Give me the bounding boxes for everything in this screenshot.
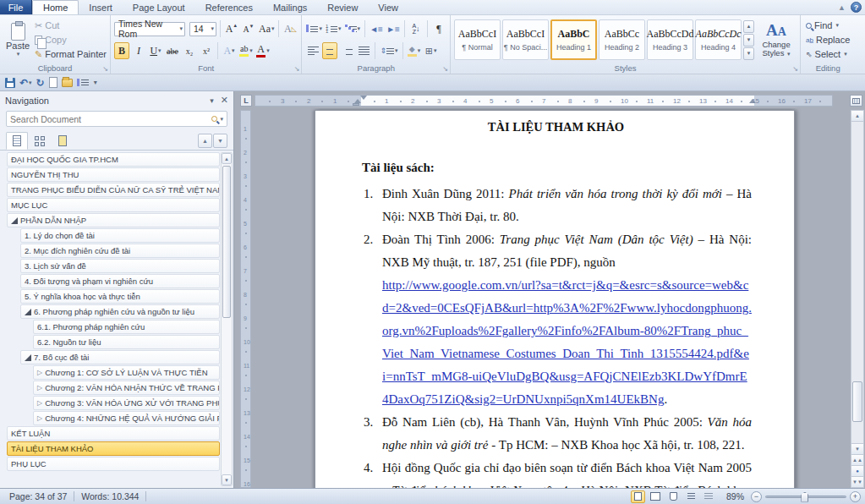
print-layout-view-button[interactable] [631,490,645,503]
superscript-button[interactable]: x² [199,42,214,59]
horizontal-ruler[interactable]: 3211234567891011121314151617 [255,95,833,107]
style-item--normal[interactable]: AaBbCcI¶ Normal [454,19,501,60]
next-heading-button[interactable]: ▼ [213,134,227,148]
grow-font-button[interactable]: A▲ [224,20,239,37]
nav-item[interactable]: 6.1. Phương pháp nghiên cứu [33,320,220,334]
navigation-close-icon[interactable]: ✕ [221,95,228,106]
nav-scroll-up-icon[interactable]: ▲ [222,153,232,164]
nav-item[interactable]: 6. Phương pháp nghiên cứu và nguồn tư li… [20,304,220,319]
change-styles-button[interactable]: AA Change Styles ▾ [756,22,797,58]
first-line-indent-marker[interactable] [360,96,367,103]
paragraph-dialog-launcher[interactable]: ↘ [442,65,448,73]
zoom-out-button[interactable]: − [751,491,762,502]
zoom-slider[interactable] [765,496,846,498]
nav-item[interactable]: 7. Bố cục đề tài [20,350,220,364]
nav-item[interactable]: 4. Đối tượng và phạm vi nghiên cứu [20,274,220,288]
style-item--no-spaci-[interactable]: AaBbCcI¶ No Spaci... [502,19,549,60]
find-button[interactable]: Find▾ [804,19,851,32]
multilevel-list-button[interactable]: ▾ [344,20,362,37]
collapse-icon[interactable] [11,217,18,224]
font-size-combo[interactable]: 14 ▾ [189,22,216,36]
replace-button[interactable]: ab̲ Replace [804,34,851,47]
ribbon-tab-mailings[interactable]: Mailings [263,0,317,14]
new-document-button[interactable] [49,77,57,88]
borders-button[interactable]: ⊞▾ [424,42,439,59]
web-layout-view-button[interactable] [666,490,681,503]
reference-hyperlink[interactable]: http://www.google.com.vn/url?sa=t&rct=j&… [382,278,752,406]
doc-scroll-up-icon[interactable]: ▲ [851,111,863,122]
search-dropdown-icon[interactable]: ▾ [220,116,223,123]
ribbon-tab-review[interactable]: Review [317,0,368,14]
strikethrough-button[interactable]: abe [165,42,180,59]
previous-page-button[interactable]: ▲▲ [851,454,863,465]
expand-icon[interactable]: ▷ [37,400,42,407]
ribbon-tab-references[interactable]: References [195,0,263,14]
file-tab[interactable]: File [0,0,32,14]
next-page-button[interactable]: ▼▼ [851,476,863,487]
select-browse-object-button[interactable]: ● [851,465,863,476]
style-item-heading-1[interactable]: AaBbCHeading 1 [550,19,597,60]
browse-headings-tab[interactable] [6,132,28,150]
underline-button[interactable]: U▾ [148,42,163,59]
zoom-slider-thumb[interactable] [801,492,808,502]
nav-item[interactable]: MỤC LỤC [7,198,220,212]
word-count[interactable]: Words: 10.344 [74,491,145,501]
document-page[interactable]: TÀI LIỆU THAM KHẢO Tài liệu sách: 1.Đinh… [315,110,795,488]
clipboard-dialog-launcher[interactable]: ↘ [102,65,108,73]
open-button[interactable] [62,79,73,87]
outline-button[interactable] [77,79,89,85]
nav-scroll-down-icon[interactable]: ▼ [222,474,232,485]
styles-more-icon[interactable]: ▼ [743,47,754,60]
redo-button[interactable]: ↻ [36,77,45,89]
nav-item[interactable]: TÀI LIỆU THAM KHẢO [7,441,220,456]
nav-item[interactable]: PHẦN DẪN NHẬP [7,213,220,227]
numbering-button[interactable]: ▾ [325,20,342,37]
full-screen-reading-view-button[interactable] [649,490,663,503]
ruler-toggle-button[interactable] [850,95,862,107]
navigation-scrollbar[interactable]: ▲ ▼ [221,152,233,486]
navigation-options-dropdown-icon[interactable]: ▾ [210,96,214,105]
browse-results-tab[interactable] [52,132,74,150]
style-item-heading-3[interactable]: AaBbCcDdHeading 3 [647,19,693,60]
search-box[interactable]: ▾ [6,111,227,127]
bullets-button[interactable]: ▾ [305,20,323,37]
draft-view-button[interactable] [702,490,716,503]
previous-heading-button[interactable]: ▲ [198,134,212,148]
collapse-icon[interactable] [25,354,31,361]
style-item-heading-2[interactable]: AaBbCcHeading 2 [599,19,645,60]
doc-scroll-down-icon[interactable]: ▼ [851,443,863,454]
sort-button[interactable]: AZ↓ [408,20,424,37]
nav-item[interactable]: KẾT LUẬN [7,426,220,441]
font-dialog-launcher[interactable]: ↘ [294,65,300,73]
search-icon[interactable] [211,116,217,122]
nav-item[interactable]: 2. Mục đích nghiên cứu đề tài [20,244,220,258]
outline-view-button[interactable] [684,490,698,503]
shading-button[interactable]: ◆▾ [407,42,422,59]
copy-button[interactable]: Copy [35,34,107,47]
align-left-button[interactable] [305,42,320,59]
italic-button[interactable]: I [131,42,146,59]
nav-item[interactable]: 1. Lý do chọn đề tài [20,228,220,243]
nav-scroll-thumb[interactable] [222,166,231,318]
cut-button[interactable]: ✂ Cut [35,19,107,32]
left-indent-marker[interactable] [353,103,359,106]
shrink-font-button[interactable]: A▼ [241,20,256,37]
search-input[interactable] [10,114,211,124]
nav-item[interactable]: PHỤ LỤC [7,457,220,471]
doc-scroll-thumb[interactable] [852,381,862,422]
ribbon-tab-view[interactable]: View [368,0,408,14]
nav-item[interactable]: 5. Ý nghĩa khoa học và thực tiễn [20,289,220,304]
nav-item[interactable]: ▷Chương 2: VĂN HÓA NHẬN THỨC VỀ TRANG PH… [33,381,220,395]
expand-icon[interactable]: ▷ [37,385,42,392]
save-button[interactable] [5,78,15,88]
ribbon-tab-insert[interactable]: Insert [79,0,123,14]
nav-item[interactable]: 6.2. Nguồn tư liệu [33,335,220,349]
select-button[interactable]: ⇖ Select▾ [804,48,851,61]
nav-item[interactable]: ▷Chương 3: VĂN HÓA ỨNG XỬ VỚI TRANG PHỤC… [33,396,220,410]
bold-button[interactable]: B [114,42,129,59]
align-right-button[interactable] [339,42,354,59]
nav-item[interactable]: ▷Chương 1: CƠ SỞ LÝ LUẬN VÀ THỰC TIỄN [33,365,220,380]
styles-scroll-up-icon[interactable]: ▲ [743,20,754,33]
expand-icon[interactable]: ▷ [37,370,42,376]
tab-selector[interactable]: L [240,95,252,107]
